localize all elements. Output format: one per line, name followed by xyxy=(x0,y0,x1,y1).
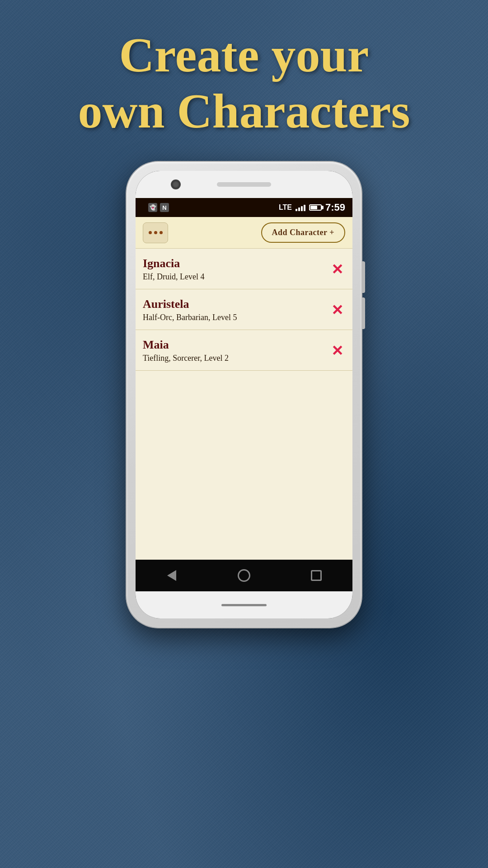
signal-bar-1 xyxy=(296,209,297,211)
menu-button[interactable] xyxy=(143,222,168,243)
delete-button-auristela[interactable]: ✕ xyxy=(329,302,345,318)
add-character-button[interactable]: Add Character + xyxy=(261,222,345,243)
nav-back-button[interactable] xyxy=(160,564,183,587)
character-item-ignacia[interactable]: Ignacia Elf, Druid, Level 4 ✕ xyxy=(136,249,352,289)
nav-recents-button[interactable] xyxy=(305,564,328,587)
character-details-auristela: Half-Orc, Barbarian, Level 5 xyxy=(143,313,329,322)
battery-fill xyxy=(310,206,317,209)
phone-screen: 👻 N LTE xyxy=(136,198,352,591)
character-details-maia: Tiefling, Sorcerer, Level 2 xyxy=(143,354,329,363)
character-info-auristela: Auristela Half-Orc, Barbarian, Level 5 xyxy=(143,297,329,322)
delete-icon-ignacia: ✕ xyxy=(331,262,343,277)
camera-icon xyxy=(172,180,180,189)
character-name-auristela: Auristela xyxy=(143,297,329,311)
home-icon xyxy=(238,569,250,582)
speaker-grill xyxy=(217,182,271,187)
character-info-maia: Maia Tiefling, Sorcerer, Level 2 xyxy=(143,338,329,363)
delete-button-maia[interactable]: ✕ xyxy=(329,343,345,359)
phone-top-bezel xyxy=(136,171,352,198)
signal-bar-2 xyxy=(298,208,300,211)
bottom-nav-bar xyxy=(136,560,352,591)
delete-button-ignacia[interactable]: ✕ xyxy=(329,261,345,278)
lte-indicator: LTE xyxy=(279,203,292,212)
notification-icons: 👻 N xyxy=(148,203,169,212)
nav-home-button[interactable] xyxy=(233,564,255,587)
home-indicator xyxy=(221,604,267,606)
ghost-icon: 👻 xyxy=(148,203,157,212)
delete-icon-maia: ✕ xyxy=(331,344,343,358)
phone-body: 👻 N LTE xyxy=(127,162,361,627)
dot-2 xyxy=(154,231,157,234)
phone-bottom-bezel xyxy=(136,591,352,618)
hero-title: Create your own Characters xyxy=(51,0,437,162)
battery-icon xyxy=(309,204,322,211)
character-name-ignacia: Ignacia xyxy=(143,257,329,270)
back-icon xyxy=(167,570,176,581)
signal-bar-3 xyxy=(301,206,303,211)
character-item-maia[interactable]: Maia Tiefling, Sorcerer, Level 2 ✕ xyxy=(136,330,352,371)
delete-icon-auristela: ✕ xyxy=(331,303,343,317)
status-bar: 👻 N LTE xyxy=(136,198,352,217)
character-item-auristela[interactable]: Auristela Half-Orc, Barbarian, Level 5 ✕ xyxy=(136,289,352,330)
dot-1 xyxy=(149,231,152,234)
character-list: Ignacia Elf, Druid, Level 4 ✕ Auristela … xyxy=(136,249,352,560)
app-header: Add Character + xyxy=(136,217,352,249)
signal-bar-4 xyxy=(304,205,305,211)
dot-3 xyxy=(160,231,163,234)
character-details-ignacia: Elf, Druid, Level 4 xyxy=(143,272,329,282)
character-info-ignacia: Ignacia Elf, Druid, Level 4 xyxy=(143,257,329,282)
recents-icon xyxy=(311,570,322,581)
character-name-maia: Maia xyxy=(143,338,329,352)
status-icons: LTE 7:59 xyxy=(279,202,345,213)
signal-bars xyxy=(296,204,305,211)
phone-mockup: 👻 N LTE xyxy=(127,162,361,627)
status-time: 7:59 xyxy=(325,202,345,213)
phone-bezel: 👻 N LTE xyxy=(136,171,352,618)
n-icon: N xyxy=(160,203,169,212)
